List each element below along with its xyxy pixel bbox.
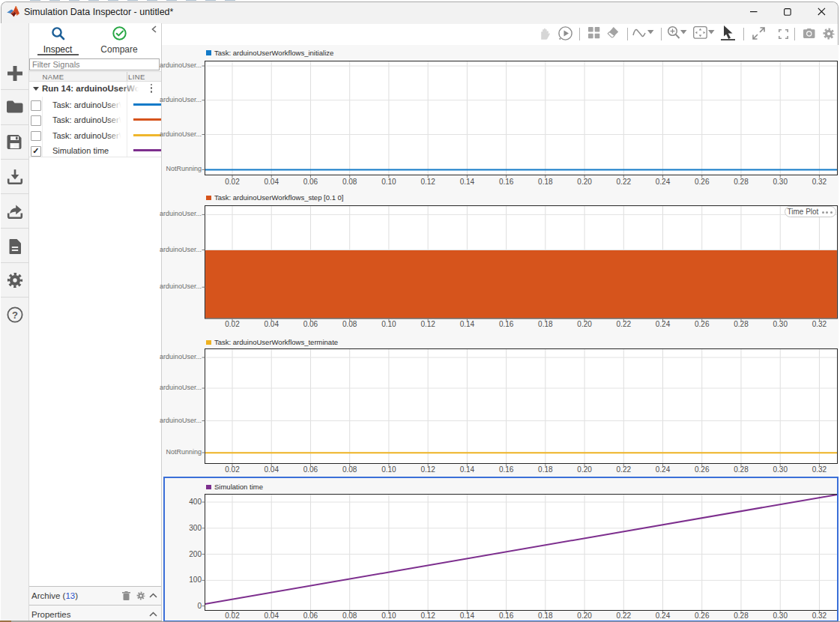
svg-text:?: ? [12,310,18,321]
